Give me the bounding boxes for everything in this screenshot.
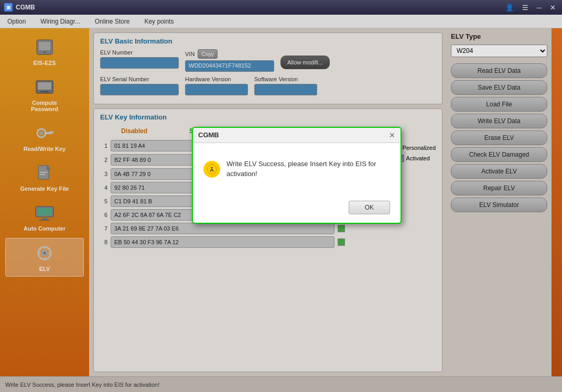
dialog-body: Write ELV Success, please Insert Key int…: [193, 143, 401, 195]
dialog-overlay: CGMB ✕ Write ELV Success, please Insert …: [0, 0, 562, 392]
dialog-close-button[interactable]: ✕: [389, 131, 395, 139]
dialog-title: CGMB: [198, 131, 219, 139]
dialog-warning-icon: [203, 161, 220, 178]
svg-point-27: [211, 167, 213, 168]
dialog-box: CGMB ✕ Write ELV Success, please Insert …: [192, 127, 402, 224]
dialog-footer: OK: [193, 195, 401, 223]
dialog-title-bar: CGMB ✕: [193, 128, 401, 143]
dialog-ok-button[interactable]: OK: [349, 201, 390, 214]
dialog-message-text: Write ELV Success, please Insert Key int…: [226, 159, 390, 179]
